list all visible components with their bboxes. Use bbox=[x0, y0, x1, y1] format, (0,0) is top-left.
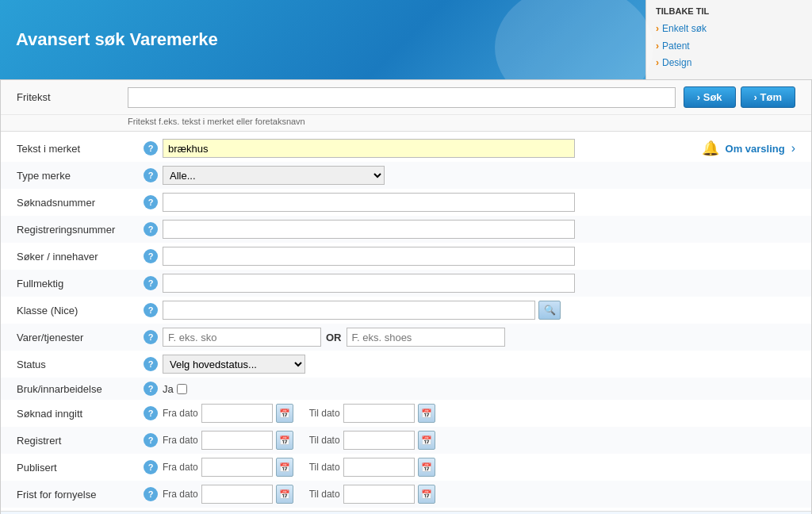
header-sidebar: TILBAKE TIL Enkelt søk Patent Design bbox=[645, 0, 812, 79]
fritekst-label: Fritekst bbox=[17, 91, 128, 103]
tekst-i-merket-input[interactable] bbox=[163, 139, 575, 158]
soknadsnummer-row: Søknadsnummer ? bbox=[1, 189, 811, 216]
publisert-fra-label: Fra dato bbox=[163, 462, 198, 473]
publisert-fra-input[interactable] bbox=[201, 458, 273, 477]
varer-input-2[interactable] bbox=[347, 328, 505, 347]
fritekst-row: Fritekst Søk Tøm bbox=[1, 80, 811, 115]
publisert-label: Publisert bbox=[17, 462, 144, 474]
frist-fra-label: Fra dato bbox=[163, 489, 198, 500]
soknad-help-icon[interactable]: ? bbox=[144, 406, 158, 420]
fullmektig-label: Fullmektig bbox=[17, 278, 144, 290]
frist-fra-cal-button[interactable]: 📅 bbox=[276, 485, 293, 504]
status-help-icon[interactable]: ? bbox=[144, 357, 158, 371]
registreringsnummer-input[interactable] bbox=[163, 220, 575, 239]
registrert-til-input[interactable] bbox=[343, 431, 415, 450]
bell-icon: 🔔 bbox=[702, 140, 719, 157]
varsling-label[interactable]: Om varsling bbox=[726, 143, 785, 155]
varer-tjenester-row: Varer/tjenester ? OR bbox=[1, 324, 811, 351]
tilbake-label: TILBAKE TIL bbox=[656, 6, 802, 16]
status-label: Status bbox=[17, 359, 144, 370]
soknad-til-group: Til dato 📅 bbox=[309, 404, 435, 423]
fritekst-hint: Fritekst f.eks. tekst i merket eller for… bbox=[1, 115, 811, 132]
type-merke-help-icon[interactable]: ? bbox=[144, 168, 158, 182]
registrert-fra-group: Fra dato 📅 bbox=[163, 431, 293, 450]
bruk-checkbox[interactable] bbox=[177, 384, 187, 394]
form-area: Tekst i merket ? 🔔 Om varsling › Type me… bbox=[1, 132, 811, 511]
frist-til-cal-button[interactable]: 📅 bbox=[418, 485, 435, 504]
tekst-help-icon[interactable]: ? bbox=[144, 141, 158, 155]
publisert-row: Publisert ? Fra dato 📅 Til dato 📅 bbox=[1, 454, 811, 481]
varer-input-1[interactable] bbox=[163, 328, 321, 347]
bruk-innarbeidelse-row: Bruk/innarbeidelse ? Ja bbox=[1, 378, 811, 400]
fullmektig-help-icon[interactable]: ? bbox=[144, 276, 158, 290]
soknad-til-cal-button[interactable]: 📅 bbox=[418, 404, 435, 423]
soker-innehaver-row: Søker / innehaver ? bbox=[1, 243, 811, 270]
publisert-fra-cal-button[interactable]: 📅 bbox=[276, 458, 293, 477]
fritekst-input[interactable] bbox=[128, 87, 676, 108]
status-select[interactable]: Velg hovedstatus... bbox=[163, 355, 305, 374]
registrert-til-group: Til dato 📅 bbox=[309, 431, 435, 450]
registrert-til-label: Til dato bbox=[309, 435, 340, 446]
registrert-label: Registrert bbox=[17, 435, 144, 447]
publisert-til-cal-button[interactable]: 📅 bbox=[418, 458, 435, 477]
soknadsnummer-input[interactable] bbox=[163, 193, 575, 212]
registrert-row: Registrert ? Fra dato 📅 Til dato 📅 bbox=[1, 427, 811, 454]
varer-help-icon[interactable]: ? bbox=[144, 330, 158, 344]
soker-help-icon[interactable]: ? bbox=[144, 249, 158, 263]
publisert-til-input[interactable] bbox=[343, 458, 415, 477]
type-merke-select[interactable]: Alle... bbox=[163, 166, 385, 185]
page-header: Avansert søk Varemerke TILBAKE TIL Enkel… bbox=[0, 0, 812, 79]
registreringsnummer-help-icon[interactable]: ? bbox=[144, 222, 158, 236]
bruk-help-icon[interactable]: ? bbox=[144, 382, 158, 396]
link-enkelt-sok[interactable]: Enkelt søk bbox=[656, 21, 802, 38]
soknad-inngitt-row: Søknad inngitt ? Fra dato 📅 Til dato 📅 bbox=[1, 400, 811, 427]
soker-innehaver-input[interactable] bbox=[163, 247, 575, 266]
soknad-fra-group: Fra dato 📅 bbox=[163, 404, 293, 423]
registreringsnummer-row: Registreringsnummer ? bbox=[1, 216, 811, 243]
soknad-inngitt-label: Søknad inngitt bbox=[17, 408, 144, 420]
klasse-input[interactable] bbox=[163, 301, 535, 320]
frist-help-icon[interactable]: ? bbox=[144, 487, 158, 501]
or-label: OR bbox=[326, 332, 342, 343]
soknadsnummer-label: Søknadsnummer bbox=[17, 197, 144, 209]
soknad-til-label: Til dato bbox=[309, 408, 340, 419]
tekst-i-merket-row: Tekst i merket ? 🔔 Om varsling › bbox=[1, 135, 811, 162]
registrert-fra-input[interactable] bbox=[201, 431, 273, 450]
soknadsnummer-help-icon[interactable]: ? bbox=[144, 195, 158, 209]
registrert-til-cal-button[interactable]: 📅 bbox=[418, 431, 435, 450]
varsling-section: 🔔 Om varsling › bbox=[702, 140, 795, 157]
registrert-fra-cal-button[interactable]: 📅 bbox=[276, 431, 293, 450]
varer-field-group: OR bbox=[163, 328, 505, 347]
publisert-til-label: Til dato bbox=[309, 462, 340, 473]
registrert-fra-label: Fra dato bbox=[163, 435, 198, 446]
frist-fra-input[interactable] bbox=[201, 485, 273, 504]
klasse-label: Klasse (Nice) bbox=[17, 305, 144, 316]
soknad-fra-input[interactable] bbox=[201, 404, 273, 423]
publisert-help-icon[interactable]: ? bbox=[144, 460, 158, 474]
soknad-fra-label: Fra dato bbox=[163, 408, 198, 419]
soknad-fra-cal-button[interactable]: 📅 bbox=[276, 404, 293, 423]
frist-til-input[interactable] bbox=[343, 485, 415, 504]
link-patent[interactable]: Patent bbox=[656, 38, 802, 56]
fullmektig-input[interactable] bbox=[163, 274, 575, 293]
type-merke-row: Type merke ? Alle... bbox=[1, 162, 811, 189]
clear-button[interactable]: Tøm bbox=[741, 86, 795, 108]
klasse-search-button[interactable]: 🔍 bbox=[538, 301, 561, 320]
publisert-til-group: Til dato 📅 bbox=[309, 458, 435, 477]
frist-fornyelse-row: Frist for fornyelse ? Fra dato 📅 Til dat… bbox=[1, 481, 811, 508]
link-design[interactable]: Design bbox=[656, 55, 802, 72]
varsling-expand-icon[interactable]: › bbox=[791, 141, 795, 155]
klasse-row: Klasse (Nice) ? 🔍 bbox=[1, 297, 811, 324]
page-title: Avansert søk Varemerke bbox=[16, 29, 218, 50]
frist-til-group: Til dato 📅 bbox=[309, 485, 435, 504]
klasse-help-icon[interactable]: ? bbox=[144, 303, 158, 317]
registrert-help-icon[interactable]: ? bbox=[144, 433, 158, 447]
vis-flere-section: + Vis flere felter bbox=[1, 511, 811, 514]
main-content: Fritekst Søk Tøm Fritekst f.eks. tekst i… bbox=[0, 79, 812, 514]
frist-til-label: Til dato bbox=[309, 489, 340, 500]
bruk-innarbeidelse-label: Bruk/innarbeidelse bbox=[17, 383, 144, 395]
klasse-field-group: 🔍 bbox=[163, 301, 561, 320]
soknad-til-input[interactable] bbox=[343, 404, 415, 423]
search-button[interactable]: Søk bbox=[684, 86, 736, 108]
frist-fornyelse-label: Frist for fornyelse bbox=[17, 489, 144, 501]
